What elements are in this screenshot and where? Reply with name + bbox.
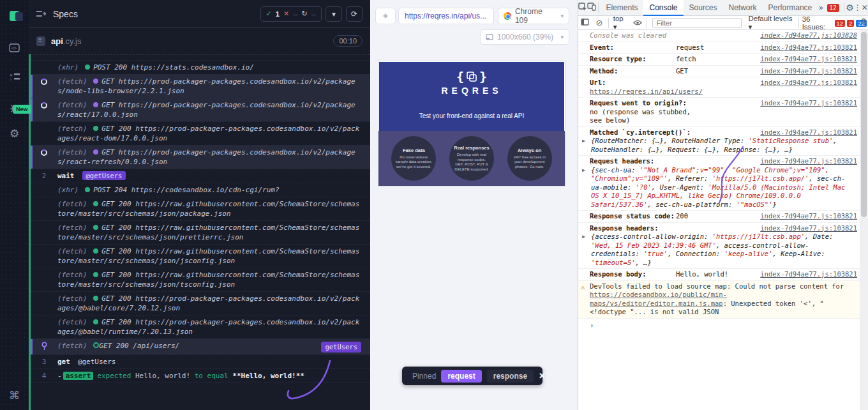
command-content: -assertexpected Hello, world! to equal *… bbox=[57, 371, 365, 381]
command-content: wait@getUsers bbox=[57, 171, 365, 181]
command-row[interactable]: 2wait@getUsers bbox=[31, 169, 370, 183]
browser-select[interactable]: Chrome 109 ▾ bbox=[498, 8, 569, 24]
source-link[interactable]: index-7d94ae77.js:103821 bbox=[760, 270, 857, 279]
clipped-row-bottom bbox=[31, 383, 370, 388]
reqres-logo: { } bbox=[378, 69, 565, 84]
close-devtools-icon[interactable]: ✕ bbox=[862, 3, 868, 12]
command-row-network[interactable]: (fetch)GET 200 https://prod-packager-pac… bbox=[31, 291, 370, 315]
console-row-object: index-7d94ae77.js:103821Matched `cy.inte… bbox=[578, 127, 860, 156]
command-row-network[interactable]: (fetch)GET 200 https://raw.githubusercon… bbox=[31, 197, 370, 220]
devtools-settings-icon[interactable]: ⚙ bbox=[846, 3, 854, 13]
alias-badge[interactable]: @getUsers bbox=[82, 171, 126, 180]
expander-triangle-icon[interactable]: ▶ bbox=[582, 137, 585, 146]
object-preview[interactable]: ▶{sec-ch-ua: '"Not_A Brand";v="99", "Goo… bbox=[590, 166, 857, 209]
command-row-network[interactable]: (xhr)POST 204 https://codesandbox.io/cdn… bbox=[31, 183, 370, 197]
cypress-logo[interactable] bbox=[0, 5, 29, 27]
object-preview[interactable]: ▶{RouteMatcher: {…}, RouteHandler Type: … bbox=[590, 137, 857, 154]
expander-triangle-icon[interactable]: ▶ bbox=[582, 232, 585, 241]
source-link[interactable]: index-7d94ae77.js:103821 bbox=[760, 224, 857, 233]
scrollbar-thumb[interactable] bbox=[861, 32, 867, 217]
tab-performance[interactable]: Performance bbox=[763, 0, 818, 16]
expander-triangle-icon[interactable]: ▶ bbox=[582, 166, 585, 175]
source-link[interactable]: index-7d94ae77.js:103821 bbox=[760, 128, 857, 137]
tab-network[interactable]: Network bbox=[723, 0, 763, 16]
device-toolbar-icon[interactable] bbox=[587, 3, 596, 13]
tab-sources[interactable]: Sources bbox=[684, 0, 723, 16]
selector-playground-button[interactable]: ⌖ bbox=[375, 8, 396, 24]
more-tabs-icon[interactable]: » bbox=[818, 3, 824, 12]
aut-iframe[interactable]: { } REQRES Test your front-end against a… bbox=[378, 61, 565, 186]
log-levels-select[interactable]: Default levels ▾ bbox=[745, 15, 796, 31]
clear-console-icon[interactable]: ⊘ bbox=[592, 18, 606, 27]
console-row-log: index-7d94ae77.js:103821Resource type:fe… bbox=[578, 54, 860, 66]
command-row-network[interactable]: (fetch)GET https://prod-packager-package… bbox=[31, 98, 370, 121]
command-row-network[interactable]: (fetch)GET 200 https://prod-packager-pac… bbox=[31, 121, 370, 145]
route-alias-badge[interactable]: getUsers bbox=[321, 342, 361, 353]
command-row-network[interactable]: (fetch)GET 200 /api/users/getUsers bbox=[31, 338, 370, 354]
rerun-button[interactable]: ⟳ bbox=[346, 6, 363, 22]
pinned-event-bar: Pinned request response ✕ bbox=[402, 367, 542, 385]
console-settings-icon[interactable]: ⚙ bbox=[859, 17, 868, 26]
kebab-menu-icon[interactable]: ⋮ bbox=[854, 3, 862, 12]
command-log[interactable]: (xhr)POST 200 https://stats.codesandbox.… bbox=[29, 54, 370, 410]
console-log[interactable]: index-7d94ae77.js:103828Console was clea… bbox=[578, 30, 860, 410]
issues-label[interactable]: 36 Issues: bbox=[802, 15, 833, 31]
eye-icon[interactable] bbox=[631, 19, 645, 27]
settings-icon[interactable]: ⚙ bbox=[0, 123, 29, 144]
command-row[interactable]: 3get@getUsers bbox=[31, 354, 370, 368]
issue-count-badge[interactable]: 2 bbox=[847, 20, 854, 27]
spec-file-icon bbox=[36, 36, 45, 46]
command-row-network[interactable]: (fetch)GET https://prod-packager-package… bbox=[31, 145, 370, 169]
collapse-specs-icon[interactable] bbox=[36, 10, 47, 18]
console-filter-input[interactable] bbox=[652, 18, 742, 28]
spec-duration-badge: 00:10 bbox=[333, 35, 363, 47]
source-link[interactable]: index-7d94ae77.js:103821 bbox=[760, 67, 857, 76]
log-value: no (response was stubbed, see below) bbox=[590, 108, 692, 125]
source-link[interactable]: index-7d94ae77.js:103828 bbox=[760, 31, 857, 40]
url-bar[interactable]: https://reqres.in/api/us... bbox=[398, 8, 494, 24]
issue-count-badge[interactable]: 12 bbox=[835, 20, 846, 27]
source-link[interactable]: index-7d94ae77.js:103821 bbox=[760, 212, 857, 221]
source-link[interactable]: index-7d94ae77.js:103821 bbox=[760, 55, 857, 64]
command-row-network[interactable]: (fetch)GET 200 https://raw.githubusercon… bbox=[31, 268, 370, 291]
console-prompt[interactable]: › bbox=[578, 319, 860, 331]
tab-console[interactable]: Console bbox=[643, 0, 683, 16]
console-scrollbar[interactable] bbox=[860, 30, 868, 410]
source-link[interactable]: index-7d94ae77.js:103821 bbox=[760, 43, 857, 52]
source-link[interactable]: index-7d94ae77.js:103821 bbox=[760, 157, 857, 166]
log-value[interactable]: https://reqres.in/api/users/ bbox=[590, 87, 692, 96]
command-row-network[interactable]: (fetch)GET https://prod-packager-package… bbox=[31, 74, 370, 98]
inspect-element-icon[interactable] bbox=[578, 3, 587, 13]
source-map-link[interactable]: https://codesandbox.io/public/min-maps/v… bbox=[590, 291, 727, 307]
tab-elements[interactable]: Elements bbox=[600, 0, 643, 16]
command-row-network[interactable]: (xhr)POST 200 https://stats.codesandbox.… bbox=[31, 60, 370, 74]
close-icon[interactable]: ✕ bbox=[539, 371, 546, 381]
command-row[interactable]: 4-assertexpected Hello, world! to equal … bbox=[31, 368, 370, 383]
request-button[interactable]: request bbox=[441, 370, 481, 383]
specs-icon[interactable]: <> bbox=[0, 37, 29, 59]
keyboard-shortcuts-icon[interactable]: ⌘ bbox=[0, 384, 29, 406]
runs-list-icon: ✕○ bbox=[10, 73, 20, 82]
command-row-network[interactable]: (fetch)GET 200 https://prod-packager-pac… bbox=[31, 315, 370, 338]
reporter-header: Specs ✓ 1 ✕ -- ↻ -- ▾ ⟳ bbox=[29, 0, 370, 28]
command-gutter bbox=[31, 270, 57, 271]
response-button[interactable]: response bbox=[487, 370, 534, 383]
context-selector[interactable]: top ▾ bbox=[611, 15, 631, 31]
console-sidebar-icon[interactable] bbox=[578, 19, 592, 27]
viewport-size-button[interactable]: 1000x660 (39%) ▾ bbox=[480, 29, 569, 45]
error-count-badge[interactable]: 12 bbox=[827, 4, 839, 12]
request-text: POST 200 https://stats.codesandbox.io/ bbox=[93, 63, 254, 72]
object-preview[interactable]: ▶{access-control-allow-origin: 'https://… bbox=[590, 232, 857, 267]
source-link[interactable]: index-7d94ae77.js:103821 bbox=[760, 79, 857, 87]
runs-icon[interactable]: ✕○ bbox=[0, 66, 29, 88]
command-gutter bbox=[31, 100, 57, 109]
source-link[interactable]: index-7d94ae77.js:103821 bbox=[760, 99, 857, 108]
command-row-network[interactable]: (fetch)GET 200 https://raw.githubusercon… bbox=[31, 244, 370, 268]
command-row-network[interactable]: (fetch)GET 200 https://raw.githubusercon… bbox=[31, 220, 370, 244]
request-text: GET 200 https://raw.githubusercontent.co… bbox=[57, 224, 359, 241]
collapse-all-button[interactable]: ▾ bbox=[326, 6, 342, 22]
spec-file-row[interactable]: api.cy.js 00:10 bbox=[29, 28, 370, 54]
request-type-label: (fetch) bbox=[57, 271, 87, 279]
assert-chip: assert bbox=[63, 372, 94, 380]
command-gutter bbox=[31, 185, 57, 186]
